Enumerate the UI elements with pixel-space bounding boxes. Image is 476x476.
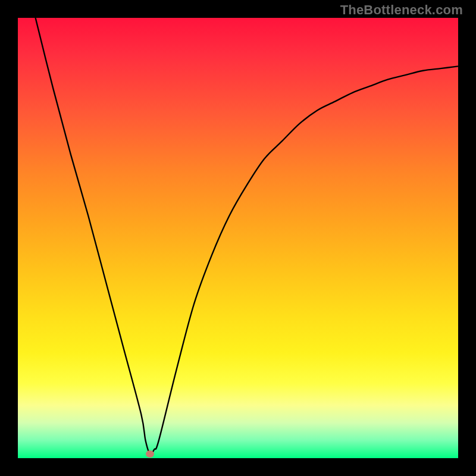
curve-svg: [18, 18, 458, 458]
bottleneck-curve: [36, 18, 458, 454]
watermark-text: TheBottleneck.com: [340, 2, 463, 18]
chart-container: TheBottleneck.com: [0, 0, 476, 476]
plot-area: [18, 18, 458, 458]
min-point-dot: [146, 450, 154, 458]
